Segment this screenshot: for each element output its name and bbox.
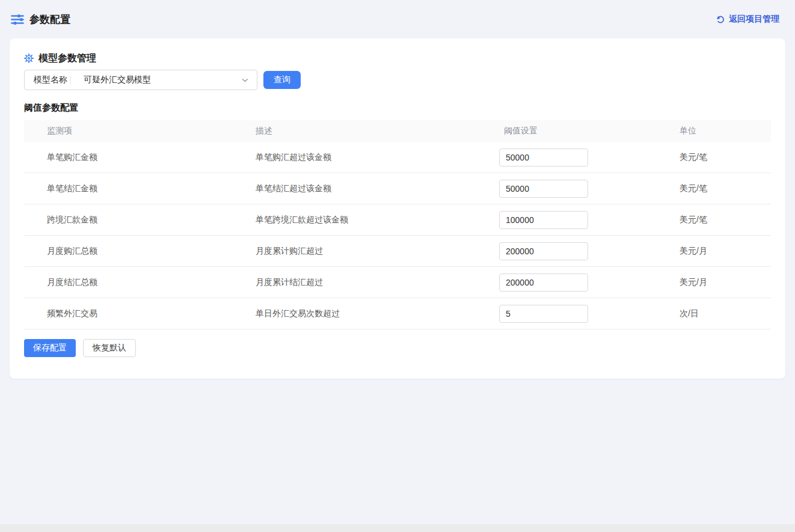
monitor-item-cell: 单笔购汇金额 — [24, 152, 256, 163]
unit-cell: 美元/笔 — [680, 183, 771, 194]
threshold-cell — [499, 180, 680, 198]
description-cell: 单笔购汇超过该金额 — [256, 152, 499, 163]
model-select-label: 模型名称 — [34, 75, 67, 85]
description-cell: 月度累计结汇超过 — [256, 277, 499, 288]
table-header-row: 监测项 描述 阈值设置 单位 — [24, 120, 771, 142]
threshold-input[interactable] — [499, 211, 588, 229]
description-cell: 单笔结汇超过该金额 — [256, 183, 499, 194]
description-cell: 单日外汇交易次数超过 — [256, 308, 499, 319]
page-title: 参数配置 — [29, 13, 70, 26]
threshold-cell — [499, 242, 680, 260]
threshold-section-title: 阈值参数配置 — [24, 102, 771, 113]
threshold-table: 监测项 描述 阈值设置 单位 单笔购汇金额 单笔购汇超过该金额 美元/笔 单笔结… — [24, 120, 771, 329]
threshold-cell — [499, 305, 680, 323]
monitor-item-cell: 单笔结汇金额 — [24, 183, 256, 194]
unit-cell: 美元/月 — [680, 277, 771, 288]
monitor-item-cell: 频繁外汇交易 — [24, 308, 256, 319]
table-row: 单笔结汇金额 单笔结汇超过该金额 美元/笔 — [24, 173, 771, 204]
threshold-input[interactable] — [499, 148, 588, 167]
back-link[interactable]: 返回项目管理 — [716, 14, 779, 25]
threshold-cell — [499, 148, 680, 167]
monitor-item-cell: 月度购汇总额 — [24, 246, 256, 257]
unit-cell: 美元/月 — [680, 246, 771, 257]
threshold-input[interactable] — [499, 274, 588, 292]
monitor-item-cell: 跨境汇款金额 — [24, 215, 256, 225]
threshold-cell — [499, 274, 680, 292]
table-row: 月度结汇总额 月度累计结汇超过 美元/月 — [24, 267, 771, 298]
config-panel: 模型参数管理 模型名称 可疑外汇交易模型 查询 阈值参数配置 监测项 描述 阈值… — [10, 38, 785, 379]
threshold-input[interactable] — [499, 180, 588, 198]
save-config-button[interactable]: 保存配置 — [24, 339, 76, 357]
table-row: 频繁外汇交易 单日外汇交易次数超过 次/日 — [24, 298, 771, 329]
unit-cell: 美元/笔 — [680, 152, 771, 163]
panel-title: 模型参数管理 — [38, 52, 96, 65]
monitor-item-cell: 月度结汇总额 — [24, 277, 256, 288]
chevron-down-icon — [241, 76, 249, 84]
back-link-label: 返回项目管理 — [729, 14, 779, 25]
unit-cell: 次/日 — [680, 308, 771, 319]
back-icon — [716, 15, 725, 24]
unit-cell: 美元/笔 — [680, 215, 771, 225]
threshold-input[interactable] — [499, 242, 588, 260]
table-row: 单笔购汇金额 单笔购汇超过该金额 美元/笔 — [24, 142, 771, 173]
col-header-unit: 单位 — [680, 126, 771, 136]
description-cell: 月度累计购汇超过 — [256, 246, 499, 257]
query-button[interactable]: 查询 — [263, 71, 301, 89]
col-header-threshold: 阈值设置 — [499, 126, 680, 136]
page-bottom-edge — [0, 524, 795, 532]
table-row: 月度购汇总额 月度累计购汇超过 美元/月 — [24, 236, 771, 267]
select-divider — [70, 76, 71, 85]
threshold-table-body: 单笔购汇金额 单笔购汇超过该金额 美元/笔 单笔结汇金额 单笔结汇超过该金额 美… — [24, 142, 771, 329]
restore-default-button[interactable]: 恢复默认 — [83, 339, 136, 357]
description-cell: 单笔跨境汇款超过该金额 — [256, 215, 499, 225]
table-row: 跨境汇款金额 单笔跨境汇款超过该金额 美元/笔 — [24, 204, 771, 236]
col-header-description: 描述 — [256, 126, 499, 136]
threshold-input[interactable] — [499, 305, 588, 323]
model-select-value: 可疑外汇交易模型 — [84, 75, 241, 85]
col-header-monitor-item: 监测项 — [24, 126, 256, 136]
page-header: 参数配置 返回项目管理 — [0, 0, 795, 38]
model-select[interactable]: 模型名称 可疑外汇交易模型 — [24, 70, 257, 90]
gear-icon — [24, 54, 34, 63]
threshold-cell — [499, 211, 680, 229]
sliders-icon — [11, 14, 24, 25]
